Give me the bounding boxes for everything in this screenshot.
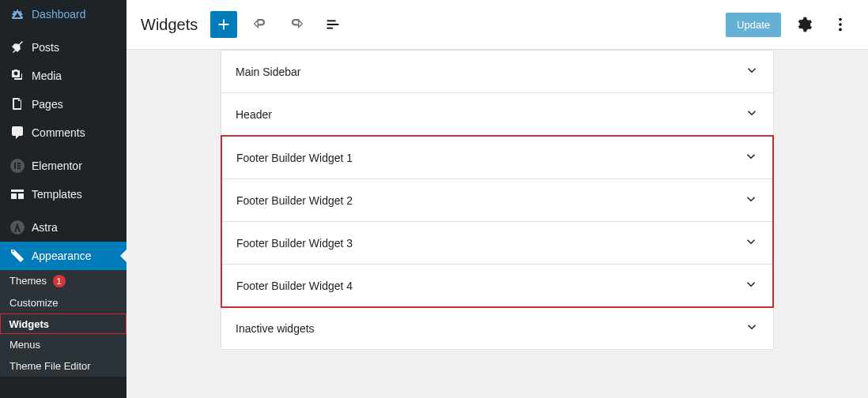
sidebar-item-label: Media (32, 69, 62, 82)
admin-sidebar: Dashboard Posts Media Pages Comments Ele… (0, 0, 126, 398)
submenu-item-theme-file-editor[interactable]: Theme File Editor (0, 355, 126, 377)
sidebar-item-comments[interactable]: Comments (0, 118, 126, 147)
astra-icon (9, 220, 25, 235)
widget-area-title: Footer Builder Widget 1 (236, 152, 353, 164)
sidebar-item-label: Dashboard (32, 8, 86, 21)
main-panel: Widgets Update Main Sidebar Header (126, 0, 868, 398)
sidebar-item-templates[interactable]: Templates (0, 180, 126, 208)
widget-area-footer-2[interactable]: Footer Builder Widget 2 (222, 179, 772, 222)
widget-area-title: Footer Builder Widget 4 (236, 280, 353, 292)
list-view-button[interactable] (319, 11, 346, 38)
sidebar-item-label: Comments (32, 126, 85, 139)
svg-rect-4 (17, 167, 21, 169)
appearance-icon (9, 248, 25, 264)
widget-area-title: Footer Builder Widget 2 (236, 194, 353, 207)
widget-areas-list: Main Sidebar Header Footer Builder Widge… (221, 50, 774, 350)
widget-area-title: Main Sidebar (236, 66, 301, 78)
badge-count: 1 (53, 275, 66, 287)
chevron-down-icon (745, 63, 759, 80)
submenu-item-label: Menus (9, 339, 40, 351)
media-icon (9, 68, 25, 84)
widget-area-main-sidebar[interactable]: Main Sidebar (221, 51, 773, 93)
editor-toolbar: Widgets Update (126, 0, 868, 50)
widget-area-footer-3[interactable]: Footer Builder Widget 3 (222, 222, 772, 265)
widget-content: Main Sidebar Header Footer Builder Widge… (126, 50, 868, 398)
settings-button[interactable] (791, 11, 817, 38)
submenu-item-label: Themes (9, 275, 47, 287)
comment-icon (9, 125, 25, 141)
submenu-item-label: Customize (9, 297, 58, 309)
pin-icon (9, 39, 25, 55)
sidebar-item-label: Elementor (32, 160, 82, 172)
submenu-item-label: Theme File Editor (9, 360, 91, 372)
redo-button[interactable] (283, 11, 310, 38)
widget-area-title: Footer Builder Widget 3 (236, 237, 353, 250)
sidebar-item-astra[interactable]: Astra (0, 213, 126, 242)
appearance-submenu: Themes 1 Customize Widgets Menus Theme F… (0, 270, 126, 377)
elementor-icon (9, 158, 25, 174)
svg-rect-3 (17, 165, 21, 167)
chevron-down-icon (744, 192, 758, 208)
submenu-item-menus[interactable]: Menus (0, 334, 126, 355)
undo-button[interactable] (247, 11, 274, 38)
submenu-item-customize[interactable]: Customize (0, 292, 126, 314)
submenu-item-widgets[interactable]: Widgets (0, 314, 126, 334)
svg-point-7 (839, 23, 842, 26)
widget-area-footer-4[interactable]: Footer Builder Widget 4 (222, 265, 772, 306)
sidebar-item-dashboard[interactable]: Dashboard (0, 0, 126, 28)
svg-rect-2 (17, 163, 21, 164)
widget-area-footer-1[interactable]: Footer Builder Widget 1 (222, 137, 772, 179)
sidebar-item-label: Pages (32, 98, 63, 111)
add-block-button[interactable] (210, 11, 237, 38)
widget-area-inactive[interactable]: Inactive widgets (221, 307, 773, 349)
sidebar-item-posts[interactable]: Posts (0, 33, 126, 62)
widget-area-header[interactable]: Header (221, 93, 773, 136)
svg-point-6 (839, 18, 842, 21)
chevron-down-icon (744, 277, 758, 294)
sidebar-item-elementor[interactable]: Elementor (0, 152, 126, 180)
page-title: Widgets (141, 16, 198, 34)
sidebar-item-label: Appearance (32, 250, 92, 262)
chevron-down-icon (744, 235, 758, 251)
submenu-item-themes[interactable]: Themes 1 (0, 270, 126, 292)
options-button[interactable] (827, 11, 854, 38)
chevron-down-icon (745, 320, 759, 336)
sidebar-item-label: Posts (32, 41, 59, 54)
chevron-down-icon (744, 149, 758, 166)
sidebar-item-appearance[interactable]: Appearance (0, 242, 126, 270)
svg-point-8 (839, 28, 842, 32)
submenu-item-label: Widgets (9, 318, 49, 330)
chevron-down-icon (745, 106, 759, 122)
templates-icon (9, 186, 25, 202)
widget-area-title: Inactive widgets (236, 322, 315, 335)
sidebar-item-label: Templates (32, 188, 82, 201)
svg-rect-1 (14, 163, 16, 169)
page-icon (9, 96, 25, 112)
sidebar-item-label: Astra (32, 221, 58, 234)
update-button[interactable]: Update (726, 13, 781, 37)
sidebar-item-media[interactable]: Media (0, 62, 126, 90)
widget-area-title: Header (236, 108, 272, 121)
dashboard-icon (9, 6, 25, 22)
sidebar-item-pages[interactable]: Pages (0, 90, 126, 118)
highlighted-widget-group: Footer Builder Widget 1 Footer Builder W… (221, 135, 774, 308)
